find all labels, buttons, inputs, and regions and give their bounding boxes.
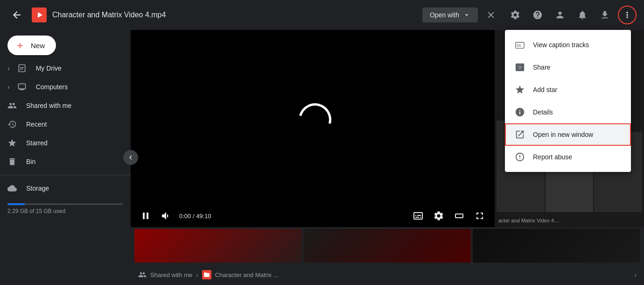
shared-with-me-icon (138, 271, 147, 279)
thumbnail-strip (131, 227, 644, 264)
sidebar-item-storage[interactable]: Storage (0, 179, 123, 198)
download-button[interactable] (595, 6, 614, 24)
play-pause-button[interactable] (138, 208, 153, 223)
my-drive-icon (17, 64, 28, 73)
theater-mode-button[interactable] (452, 208, 467, 223)
caption-tracks-icon: CC (514, 39, 525, 50)
storage-bar (7, 203, 123, 205)
fullscreen-button[interactable] (472, 208, 487, 223)
storage-detail: 2.29 GB of 15 GB used (7, 208, 65, 214)
menu-item-details[interactable]: Details (505, 101, 631, 123)
video-player[interactable] (131, 30, 495, 205)
details-icon (514, 107, 525, 118)
right-panel-filename: acter and Matrix Video 4.... (495, 214, 644, 227)
shared-icon (7, 101, 19, 110)
collapse-sidebar-button[interactable] (123, 150, 138, 165)
close-button[interactable] (482, 6, 500, 24)
storage-icon (7, 184, 19, 193)
open-with-button[interactable]: Open with (422, 7, 478, 22)
time-display: 0:00 / 49:10 (179, 213, 211, 220)
sidebar-item-recent[interactable]: Recent (0, 115, 123, 134)
menu-item-share[interactable]: Share (505, 56, 631, 78)
settings-button[interactable] (506, 6, 525, 24)
sidebar-item-label: Computers (36, 83, 68, 91)
sidebar-item-shared-with-me[interactable]: Shared with me (0, 96, 123, 115)
breadcrumb-folder-icon (202, 270, 211, 279)
new-label: New (31, 42, 45, 50)
sidebar-item-label: Shared with me (26, 102, 71, 109)
ctrl-right (411, 208, 487, 223)
loading-spinner (299, 103, 327, 131)
breadcrumb-arrow-right[interactable]: › (635, 271, 637, 278)
sidebar-item-computers[interactable]: › Computers (0, 78, 123, 96)
topbar-left: Character and Matrix Video 4.mp4 (7, 6, 417, 24)
help-button[interactable] (528, 6, 547, 24)
thumbnail (304, 229, 471, 263)
breadcrumb-folder[interactable]: Character and Matrix ... (215, 271, 279, 278)
more-options-button[interactable] (618, 6, 637, 24)
menu-item-view-caption-tracks[interactable]: CC View caption tracks (505, 34, 631, 56)
subtitles-button[interactable] (411, 208, 426, 223)
video-controls: 0:00 / 49:10 (131, 205, 495, 227)
back-button[interactable] (7, 6, 26, 24)
bin-icon (7, 157, 19, 166)
dropdown-menu: CC View caption tracks Share Add star De… (505, 30, 631, 172)
sidebar-item-my-drive[interactable]: › My Drive (0, 59, 123, 78)
sidebar-item-label: Bin (26, 158, 35, 165)
new-button-wrap: ＋ New (0, 36, 131, 59)
menu-label-add-star: Add star (533, 86, 557, 93)
sidebar-divider (0, 175, 131, 175)
recent-icon (7, 120, 19, 129)
file-title: Character and Matrix Video 4.mp4 (52, 11, 166, 19)
topbar: Character and Matrix Video 4.mp4 Open wi… (0, 0, 644, 30)
breadcrumb-shared[interactable]: Shared with me (150, 271, 192, 278)
sidebar-item-label: Recent (26, 121, 47, 128)
sidebar-item-bin[interactable]: Bin (0, 152, 123, 171)
menu-item-add-star[interactable]: Add star (505, 78, 631, 101)
topbar-right (506, 6, 637, 24)
menu-label-share: Share (533, 64, 550, 71)
menu-label-open-in-new-window: Open in new window (533, 131, 593, 138)
app-icon (32, 7, 47, 22)
thumbnail (134, 229, 302, 263)
sidebar: ＋ New › My Drive › Computers Shared with… (0, 30, 131, 285)
menu-label-details: Details (533, 108, 553, 116)
menu-label-report-abuse: Report abuse (533, 153, 572, 161)
storage-info: 2.29 GB of 15 GB used (0, 198, 131, 220)
video-area: 0:00 / 49:10 (131, 30, 495, 227)
sidebar-item-label: My Drive (36, 64, 62, 72)
computers-icon (17, 82, 28, 92)
report-abuse-icon (514, 151, 525, 163)
account-button[interactable] (551, 6, 569, 24)
menu-label-view-caption-tracks: View caption tracks (533, 41, 589, 49)
menu-item-report-abuse[interactable]: Report abuse (505, 146, 631, 168)
add-star-icon (514, 84, 525, 95)
sidebar-item-label: Storage (26, 185, 49, 192)
quality-button[interactable] (431, 208, 446, 223)
chevron-icon: › (7, 83, 10, 91)
open-in-new-window-icon (514, 129, 525, 140)
starred-icon (7, 138, 19, 148)
svg-text:CC: CC (517, 44, 522, 47)
volume-button[interactable] (159, 208, 174, 223)
breadcrumb-bar: Shared with me › Character and Matrix ..… (131, 264, 644, 285)
new-plus-icon: ＋ (15, 40, 25, 50)
storage-fill (7, 203, 25, 205)
menu-item-open-in-new-window[interactable]: Open in new window (505, 123, 631, 146)
sidebar-item-label: Starred (26, 139, 48, 147)
share-icon (514, 62, 525, 73)
topbar-center: Open with (422, 6, 500, 24)
sidebar-item-starred[interactable]: Starred (0, 134, 123, 152)
new-button[interactable]: ＋ New (7, 36, 56, 55)
breadcrumb-separator: › (196, 271, 198, 278)
notifications-button[interactable] (573, 6, 592, 24)
chevron-icon: › (7, 64, 10, 72)
thumbnail (473, 229, 640, 263)
